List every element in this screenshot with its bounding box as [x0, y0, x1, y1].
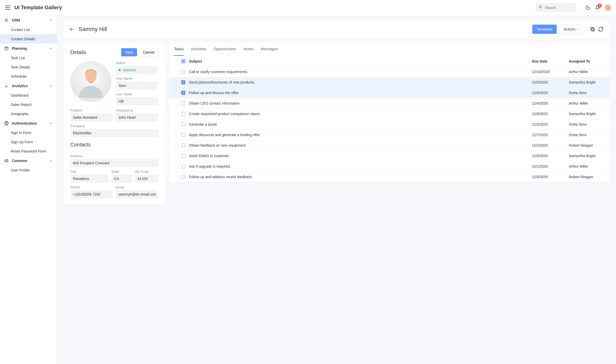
nav-item-scheduler[interactable]: Scheduler [0, 72, 57, 81]
drag-handle-icon[interactable]: ⋮⋮ [174, 70, 178, 73]
zip-input[interactable] [135, 175, 158, 183]
task-subject: Call to clarify customer requirements. [189, 70, 528, 74]
task-row[interactable]: ⋮⋮Obtain CEO contact information.12/4/20… [169, 98, 609, 109]
task-checkbox[interactable] [181, 91, 185, 95]
task-row[interactable]: ⋮⋮Create requested product comparison re… [169, 109, 609, 119]
menu-button[interactable] [5, 6, 10, 10]
analytics-icon [4, 84, 9, 88]
phone-input[interactable] [70, 190, 113, 198]
drag-handle-icon[interactable]: ⋮⋮ [174, 134, 178, 136]
task-checkbox[interactable] [181, 112, 185, 116]
tab-notes[interactable]: Notes [244, 43, 254, 56]
actions-dropdown[interactable]: Actions [559, 25, 584, 34]
back-button[interactable] [69, 27, 74, 32]
task-checkbox[interactable] [181, 80, 185, 84]
theme-toggle-icon[interactable] [585, 5, 590, 10]
tab-activities[interactable]: Activities [191, 43, 206, 56]
task-row[interactable]: ⋮⋮Call to clarify customer requirements.… [169, 67, 609, 77]
nav-item-task-list[interactable]: Task List [0, 53, 57, 63]
nav-item-reset-password-form[interactable]: Reset Password Form [0, 147, 57, 156]
drag-handle-icon[interactable]: ⋮⋮ [174, 81, 178, 84]
assigned-to-input[interactable] [116, 113, 158, 122]
task-checkbox[interactable] [181, 154, 185, 158]
drag-handle-icon[interactable]: ⋮⋮ [174, 113, 178, 115]
task-checkbox[interactable] [181, 175, 185, 179]
first-name-input[interactable] [116, 82, 158, 90]
terminate-button[interactable]: Terminate [532, 25, 557, 34]
nav-group-analytics[interactable]: Analytics [0, 81, 57, 91]
task-row[interactable]: ⋮⋮Send pictures/brochures of new product… [169, 77, 609, 88]
refresh-button[interactable] [598, 26, 604, 32]
task-row[interactable]: ⋮⋮Follow up and discuss the offer.12/9/2… [169, 88, 609, 98]
tab-tasks[interactable]: Tasks [174, 43, 184, 56]
task-assigned: Greta Sims [569, 133, 605, 137]
status-select[interactable]: Salaried [116, 66, 158, 74]
drag-handle-icon[interactable]: ⋮⋮ [174, 92, 178, 94]
drag-handle-icon[interactable]: ⋮⋮ [174, 165, 178, 168]
state-input[interactable] [111, 175, 132, 183]
task-assigned: Samantha Bright [569, 154, 605, 158]
nav-group-crm[interactable]: CRM [0, 15, 57, 25]
position-input[interactable] [70, 113, 113, 122]
tab-opportunities[interactable]: Opportunities [214, 43, 236, 56]
zip-label: Zip Code [135, 170, 158, 174]
drag-handle-icon[interactable]: ⋮⋮ [174, 155, 178, 157]
nav-item-dashboard[interactable]: Dashboard [0, 91, 57, 100]
user-avatar[interactable] [605, 5, 611, 11]
nav-group-planning[interactable]: Planning [0, 44, 57, 53]
nav-group-title: Authentication [12, 121, 46, 125]
save-button[interactable]: Save [121, 48, 137, 56]
task-row[interactable]: ⋮⋮Follow up and address recent feedback.… [169, 172, 609, 182]
drag-handle-icon[interactable]: ⋮⋮ [174, 144, 178, 147]
task-checkbox[interactable] [181, 101, 185, 105]
task-checkbox[interactable] [181, 164, 185, 168]
task-row[interactable]: ⋮⋮Apply discounts and generate a binding… [169, 130, 609, 140]
nav-item-geography[interactable]: Geography [0, 109, 57, 118]
col-subject[interactable]: Subject [189, 59, 528, 63]
nav-group-title: Common [12, 159, 46, 163]
nav-item-sign-up-form[interactable]: Sign Up Form [0, 137, 57, 147]
task-due: 12/6/2020 [532, 154, 565, 158]
task-checkbox[interactable] [181, 143, 185, 147]
nav-group-authentication[interactable]: Authentication [0, 118, 57, 128]
tab-messages[interactable]: Messages [261, 43, 278, 56]
details-title: Details [70, 49, 86, 55]
drag-handle-icon[interactable]: ⋮⋮ [174, 176, 178, 178]
svg-rect-14 [592, 28, 594, 31]
drag-handle-icon[interactable]: ⋮⋮ [174, 123, 178, 126]
nav-item-sign-in-form[interactable]: Sign In Form [0, 128, 57, 137]
email-input[interactable] [116, 190, 158, 198]
address-input[interactable] [70, 159, 158, 167]
notifications-icon[interactable]: 4 [595, 5, 600, 10]
cancel-button[interactable]: Cancel [139, 48, 158, 56]
copy-button[interactable] [590, 26, 595, 32]
nav-item-contact-list[interactable]: Contact List [0, 25, 57, 34]
col-assigned[interactable]: Assigned To [569, 59, 605, 63]
last-name-input[interactable] [116, 97, 158, 105]
select-all-checkbox[interactable] [181, 59, 185, 63]
task-checkbox[interactable] [181, 70, 185, 74]
nav-item-user-profile[interactable]: User Profile [0, 166, 57, 175]
search-input[interactable] [545, 6, 573, 10]
task-due: 12/7/2020 [532, 133, 565, 137]
drag-handle-icon[interactable]: ⋮⋮ [174, 102, 178, 105]
nav-item-sales-report[interactable]: Sales Report [0, 100, 57, 109]
task-checkbox[interactable] [181, 122, 185, 126]
task-checkbox[interactable] [181, 133, 185, 137]
nav-group-title: CRM [12, 18, 46, 22]
company-input[interactable] [70, 129, 158, 137]
svg-point-10 [6, 122, 7, 123]
status-value: Salaried [123, 68, 150, 72]
task-row[interactable]: ⋮⋮Send SWAG to customer.12/6/2020Samanth… [169, 151, 609, 161]
svg-point-0 [539, 6, 541, 8]
city-input[interactable] [70, 175, 108, 183]
col-due[interactable]: Due Date [532, 59, 565, 63]
task-row[interactable]: ⋮⋮Ask if upgrade is required.12/1/2020Ar… [169, 161, 609, 172]
task-due: 12/5/2020 [532, 175, 565, 179]
search-box[interactable] [535, 3, 576, 12]
nav-group-common[interactable]: Common [0, 156, 57, 166]
nav-item-task-details[interactable]: Task Details [0, 63, 57, 72]
nav-item-contact-details[interactable]: Contact Details [0, 34, 57, 44]
task-row[interactable]: ⋮⋮Obtain feedback on new equipment.12/2/… [169, 140, 609, 151]
task-row[interactable]: ⋮⋮Generate a quote.12/3/2020Greta Sims [169, 119, 609, 130]
